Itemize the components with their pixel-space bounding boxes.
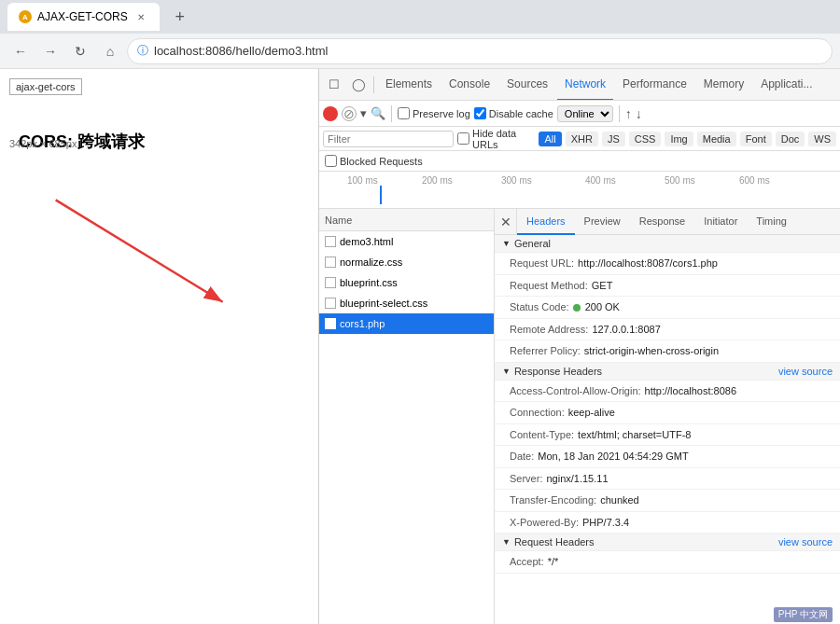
tab-elements[interactable]: Elements <box>378 69 440 101</box>
import-button[interactable]: ↑ <box>625 106 632 121</box>
filter-media-button[interactable]: Media <box>697 132 736 146</box>
view-source-response-link[interactable]: view source <box>778 366 833 377</box>
list-item[interactable]: blueprint-select.css <box>319 293 494 313</box>
list-item[interactable]: demo3.html <box>319 231 494 252</box>
remote-address-key: Remote Address: <box>510 322 588 338</box>
sep3 <box>619 105 620 122</box>
details-tab-bar: ✕ Headers Preview Response Initiator Tim… <box>495 209 840 235</box>
tab-response[interactable]: Response <box>630 209 695 235</box>
disable-cache-label[interactable]: Disable cache <box>474 107 553 119</box>
tab-close-button[interactable]: ✕ <box>133 9 148 24</box>
list-item-selected[interactable]: cors1.php <box>319 313 494 334</box>
timeline-label-400: 400 ms <box>585 175 616 186</box>
back-button[interactable]: ← <box>7 38 34 64</box>
new-tab-button[interactable]: + <box>167 4 193 30</box>
throttle-select[interactable]: Online <box>557 105 613 122</box>
list-item[interactable]: normalize.css <box>319 252 494 272</box>
forward-button[interactable]: → <box>37 38 63 64</box>
details-close-button[interactable]: ✕ <box>495 209 517 235</box>
detail-row-x-powered-by: X-Powered-By: PHP/7.3.4 <box>495 512 840 534</box>
timeline-label-100: 100 ms <box>347 175 378 186</box>
file-icon <box>325 318 336 329</box>
detail-row-server: Server: nginx/1.15.11 <box>495 468 840 491</box>
detail-row-status-code: Status Code: 200 OK <box>495 297 840 319</box>
timeline-label-500: 500 ms <box>665 175 695 186</box>
inspect-element-button[interactable]: ☐ <box>323 74 345 96</box>
detail-row-accept: Accept: */* <box>495 551 840 574</box>
date-key: Date: <box>510 449 534 465</box>
browser-tab[interactable]: A AJAX-GET-CORS ✕ <box>7 3 160 31</box>
filter-ws-button[interactable]: WS <box>808 132 836 146</box>
hide-data-urls-checkbox[interactable] <box>457 132 469 145</box>
timeline-bar <box>380 186 382 204</box>
response-headers-title: Response Headers <box>514 366 602 377</box>
details-panel: ✕ Headers Preview Response Initiator Tim… <box>495 209 840 624</box>
collapse-icon[interactable]: ▼ <box>502 239 511 248</box>
filter-input[interactable] <box>323 131 454 147</box>
filter-img-button[interactable]: Img <box>665 132 693 146</box>
sep2 <box>391 105 392 122</box>
status-bar: PHP 中文网 <box>766 605 840 624</box>
filter-font-button[interactable]: Font <box>740 132 772 146</box>
home-button[interactable]: ⌂ <box>97 38 123 64</box>
tab-network[interactable]: Network <box>557 69 613 101</box>
detail-row-connection: Connection: keep-alive <box>495 402 840 424</box>
tab-headers[interactable]: Headers <box>517 209 575 235</box>
tab-memory[interactable]: Memory <box>696 69 751 101</box>
request-headers-title: Request Headers <box>514 536 595 548</box>
file-list-header: Name <box>319 209 494 231</box>
server-key: Server: <box>510 471 542 487</box>
collapse-icon-request[interactable]: ▼ <box>502 537 511 547</box>
svg-line-1 <box>56 200 223 301</box>
disable-cache-checkbox[interactable] <box>474 107 486 119</box>
devtools-panel: ☐ ◯ Elements Console Sources Network Per… <box>319 69 840 624</box>
timeline-label-600: 600 ms <box>739 175 770 186</box>
filter-icon[interactable]: ▾ <box>360 106 367 120</box>
separator <box>373 76 374 93</box>
filter-all-button[interactable]: All <box>539 132 561 146</box>
arrow-annotation <box>0 172 317 358</box>
tab-preview[interactable]: Preview <box>575 209 630 235</box>
tab-initiator[interactable]: Initiator <box>694 209 747 235</box>
preserve-log-label[interactable]: Preserve log <box>398 107 470 119</box>
preserve-log-checkbox[interactable] <box>398 107 410 119</box>
tab-console[interactable]: Console <box>441 69 497 101</box>
blocked-requests-checkbox[interactable] <box>325 155 337 167</box>
device-toggle-button[interactable]: ◯ <box>347 74 370 96</box>
export-button[interactable]: ↓ <box>636 106 642 121</box>
file-name: normalize.css <box>340 257 402 268</box>
filter-xhr-button[interactable]: XHR <box>566 132 598 146</box>
search-icon[interactable]: 🔍 <box>371 106 385 120</box>
filter-css-button[interactable]: CSS <box>629 132 662 146</box>
hide-data-urls-label[interactable]: Hide data URLs <box>457 128 535 150</box>
file-list: Name demo3.html normalize.css blueprint.… <box>319 209 495 624</box>
list-item[interactable]: blueprint.css <box>319 272 494 293</box>
browser-titlebar: A AJAX-GET-CORS ✕ + <box>0 0 840 34</box>
x-powered-by-key: X-Powered-By: <box>510 515 579 531</box>
devtools-tab-bar: ☐ ◯ Elements Console Sources Network Per… <box>319 69 840 101</box>
tab-sources[interactable]: Sources <box>499 69 555 101</box>
address-bar[interactable]: ⓘ localhost:8086/hello/demo3.html <box>127 38 833 64</box>
accept-value: */* <box>548 554 559 570</box>
connection-key: Connection: <box>510 405 565 421</box>
filter-js-button[interactable]: JS <box>602 132 625 146</box>
tab-performance[interactable]: Performance <box>615 69 694 101</box>
tab-timing[interactable]: Timing <box>747 209 796 235</box>
view-source-request-link[interactable]: view source <box>778 536 833 548</box>
status-code-key: Status Code: <box>510 299 569 315</box>
record-button[interactable] <box>323 106 338 121</box>
request-headers-section-header: ▼ Request Headers view source <box>495 534 840 551</box>
detail-row-request-method: Request Method: GET <box>495 275 840 298</box>
stop-button[interactable]: ⊘ <box>342 106 357 121</box>
request-url-key: Request URL: <box>510 256 574 271</box>
tab-title: AJAX-GET-CORS <box>37 10 128 23</box>
filter-doc-button[interactable]: Doc <box>776 132 805 146</box>
php-badge: PHP 中文网 <box>774 607 833 622</box>
collapse-icon-response[interactable]: ▼ <box>502 367 511 376</box>
tab-application[interactable]: Applicati... <box>753 69 819 101</box>
connection-value: keep-alive <box>568 405 615 421</box>
file-name: blueprint.css <box>340 277 398 288</box>
blocked-requests-label[interactable]: Blocked Requests <box>325 155 423 167</box>
reload-button[interactable]: ↻ <box>67 38 93 64</box>
tab-favicon: A <box>19 10 32 23</box>
